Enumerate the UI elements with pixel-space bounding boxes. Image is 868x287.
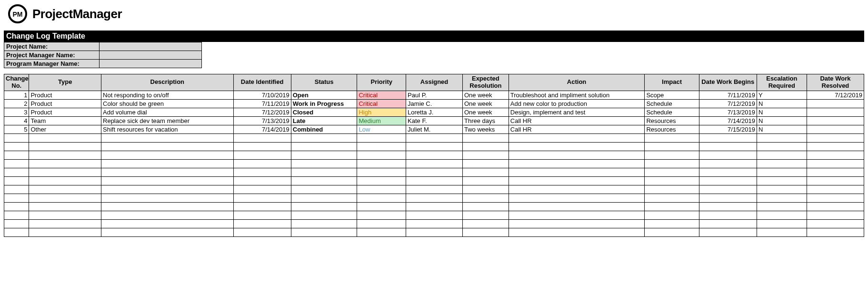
empty-cell[interactable] [463,194,509,202]
cell-desc[interactable]: Color should be green [101,99,233,108]
empty-cell[interactable] [645,185,699,194]
cell-resolv[interactable] [807,108,864,116]
empty-cell[interactable] [29,211,101,219]
empty-cell[interactable] [233,228,291,236]
empty-cell[interactable] [463,151,509,159]
empty-cell[interactable] [757,202,807,211]
empty-cell[interactable] [699,133,757,142]
cell-action[interactable]: Add new color to production [509,99,645,108]
empty-cell[interactable] [29,202,101,211]
empty-cell[interactable] [807,133,864,142]
empty-cell[interactable] [101,185,233,194]
empty-cell[interactable] [807,211,864,219]
cell-esc[interactable]: N [757,116,807,125]
cell-assign[interactable]: Kate F. [406,116,463,125]
cell-no[interactable]: 3 [4,108,29,116]
empty-cell[interactable] [509,151,645,159]
empty-cell[interactable] [645,228,699,236]
cell-begin[interactable]: 7/15/2019 [699,125,757,133]
cell-priority[interactable]: High [357,108,406,116]
cell-desc[interactable]: Replace sick dev team member [101,116,233,125]
empty-cell[interactable] [357,168,406,176]
empty-cell[interactable] [4,185,29,194]
cell-assign[interactable]: Jamie C. [406,99,463,108]
empty-cell[interactable] [233,211,291,219]
empty-cell[interactable] [463,133,509,142]
empty-cell[interactable] [463,142,509,151]
empty-cell[interactable] [357,228,406,236]
empty-cell[interactable] [406,151,463,159]
empty-cell[interactable] [509,228,645,236]
cell-date[interactable]: 7/11/2019 [233,99,291,108]
empty-cell[interactable] [291,142,357,151]
empty-cell[interactable] [29,168,101,176]
empty-cell[interactable] [4,151,29,159]
empty-cell[interactable] [807,159,864,168]
empty-cell[interactable] [509,219,645,228]
cell-priority[interactable]: Critical [357,91,406,99]
empty-cell[interactable] [406,194,463,202]
empty-cell[interactable] [291,228,357,236]
empty-cell[interactable] [4,194,29,202]
cell-action[interactable]: Call HR [509,116,645,125]
empty-cell[interactable] [509,159,645,168]
empty-cell[interactable] [757,228,807,236]
empty-cell[interactable] [645,211,699,219]
empty-cell[interactable] [291,194,357,202]
empty-cell[interactable] [29,219,101,228]
empty-cell[interactable] [509,202,645,211]
cell-priority[interactable]: Critical [357,99,406,108]
empty-cell[interactable] [757,133,807,142]
empty-cell[interactable] [4,228,29,236]
empty-cell[interactable] [233,194,291,202]
empty-cell[interactable] [807,228,864,236]
empty-cell[interactable] [645,159,699,168]
empty-cell[interactable] [357,194,406,202]
empty-cell[interactable] [645,202,699,211]
empty-cell[interactable] [757,185,807,194]
empty-cell[interactable] [4,159,29,168]
empty-cell[interactable] [29,133,101,142]
cell-desc[interactable]: Shift resources for vacation [101,125,233,133]
empty-cell[interactable] [463,228,509,236]
cell-res[interactable]: One week [463,108,509,116]
empty-cell[interactable] [509,176,645,185]
empty-cell[interactable] [406,133,463,142]
cell-assign[interactable]: Loretta J. [406,108,463,116]
empty-cell[interactable] [233,219,291,228]
empty-cell[interactable] [29,228,101,236]
cell-assign[interactable]: Paul P. [406,91,463,99]
empty-cell[interactable] [463,168,509,176]
meta-value-project[interactable] [100,42,202,51]
empty-cell[interactable] [463,202,509,211]
empty-cell[interactable] [807,194,864,202]
empty-cell[interactable] [699,211,757,219]
cell-resolv[interactable] [807,125,864,133]
empty-cell[interactable] [233,176,291,185]
cell-begin[interactable]: 7/14/2019 [699,116,757,125]
empty-cell[interactable] [357,211,406,219]
cell-desc[interactable]: Add volume dial [101,108,233,116]
cell-esc[interactable]: N [757,99,807,108]
empty-cell[interactable] [233,133,291,142]
empty-cell[interactable] [101,211,233,219]
cell-type[interactable]: Product [29,99,101,108]
empty-cell[interactable] [29,194,101,202]
empty-cell[interactable] [291,168,357,176]
empty-cell[interactable] [101,202,233,211]
cell-resolv[interactable]: 7/12/2019 [807,91,864,99]
empty-cell[interactable] [101,219,233,228]
empty-cell[interactable] [807,202,864,211]
empty-cell[interactable] [509,185,645,194]
empty-cell[interactable] [645,176,699,185]
cell-res[interactable]: Two weeks [463,125,509,133]
empty-cell[interactable] [699,176,757,185]
cell-status[interactable]: Open [291,91,357,99]
cell-status[interactable]: Work in Progress [291,99,357,108]
empty-cell[interactable] [699,194,757,202]
empty-cell[interactable] [757,151,807,159]
empty-cell[interactable] [757,159,807,168]
cell-type[interactable]: Team [29,116,101,125]
cell-impact[interactable]: Schedule [645,99,699,108]
empty-cell[interactable] [699,151,757,159]
